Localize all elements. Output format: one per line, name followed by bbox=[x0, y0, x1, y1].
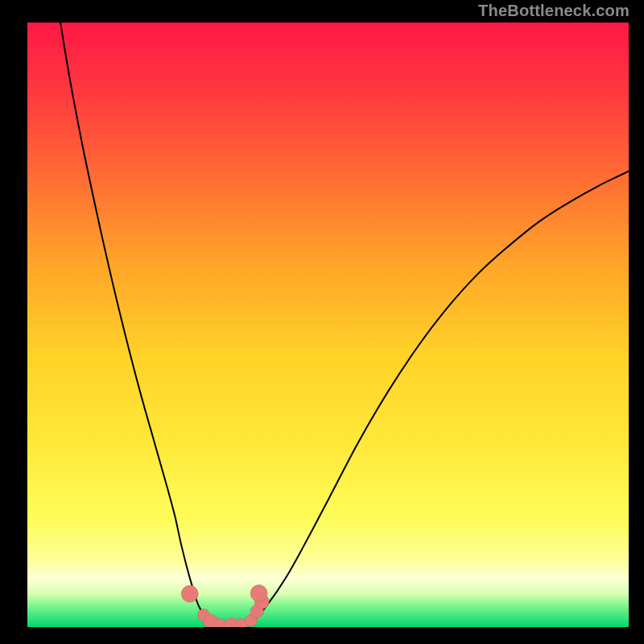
data-marker bbox=[181, 585, 198, 602]
plot-svg bbox=[27, 23, 629, 627]
watermark-label: TheBottleneck.com bbox=[478, 2, 630, 20]
chart-frame: TheBottleneck.com bbox=[0, 0, 644, 644]
plot-area bbox=[27, 23, 629, 627]
data-marker bbox=[250, 584, 267, 601]
gradient-background bbox=[27, 23, 629, 627]
